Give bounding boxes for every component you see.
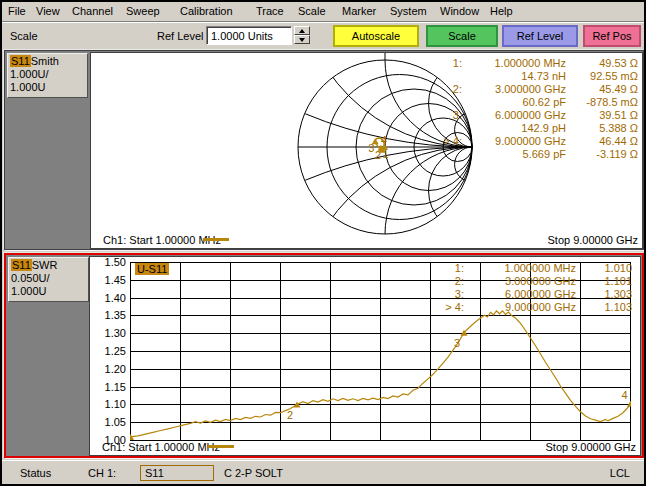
- trace-title-line: S11Smith: [10, 55, 85, 68]
- menu-help[interactable]: Help: [490, 5, 513, 17]
- y-axis-tick-label: 1.35: [105, 309, 126, 321]
- trace-info-swr[interactable]: S11SWR 0.050U/ 1.000U: [8, 257, 89, 302]
- smith-chart-window[interactable]: S11Smith 1.000U/ 1.000U 1234 1:1.000000 …: [4, 50, 644, 250]
- svg-text:3: 3: [368, 142, 374, 154]
- calibration-status: C 2-P SOLT: [224, 467, 283, 479]
- trace-ref-value: 1.000U: [11, 285, 86, 298]
- ref-pos-button[interactable]: Ref Pos: [583, 25, 641, 47]
- menu-marker[interactable]: Marker: [342, 5, 376, 17]
- spin-down-button[interactable]: [294, 35, 310, 44]
- marker-readout-row: 142.9 pH5.388 Ω: [432, 122, 638, 135]
- marker-readout-row: > 4:9.000000 GHz1.103: [434, 301, 632, 314]
- marker-readout-row: 3:6.000000 GHz39.51 Ω: [432, 109, 638, 122]
- local-mode-indicator: LCL: [610, 467, 630, 479]
- menu-channel[interactable]: Channel: [72, 5, 113, 17]
- vna-application-window: FileViewChannelSweepCalibrationTraceScal…: [0, 0, 646, 486]
- menu-system[interactable]: System: [390, 5, 427, 17]
- swr-window[interactable]: S11SWR 0.050U/ 1.000U 1.501.451.401.351.…: [4, 253, 644, 458]
- marker-readout-row: 14.73 nH92.55 mΩ: [432, 70, 638, 83]
- trace-info-smith[interactable]: S11Smith 1.000U/ 1.000U: [7, 53, 88, 98]
- y-axis-tick-label: 1.50: [105, 256, 126, 268]
- trace-ref-value: 1.000U: [10, 81, 85, 94]
- svg-text:4: 4: [381, 134, 387, 146]
- menu-file[interactable]: File: [8, 5, 26, 17]
- smith-marker-readout: 1:1.000000 MHz49.53 Ω14.73 nH92.55 mΩ2:3…: [432, 57, 638, 161]
- y-axis-tick-label: 1.15: [105, 381, 126, 393]
- menu-window[interactable]: Window: [440, 5, 479, 17]
- toolbar: Scale Ref Level 1.0000 Units AutoscaleSc…: [2, 23, 644, 50]
- trace-scale-value: 1.000U/: [10, 68, 85, 81]
- y-axis-tick-label: 1.25: [105, 345, 126, 357]
- stop-frequency-label: Stop 9.00000 GHz: [547, 234, 638, 246]
- menu-trace[interactable]: Trace: [256, 5, 284, 17]
- swr-plot-area: 1.501.451.401.351.301.251.201.151.101.05…: [89, 256, 641, 456]
- marker-readout-row: 1:1.000000 MHz49.53 Ω: [432, 57, 638, 70]
- start-frequency-label: Ch1: Start 1.00000 MHz: [102, 441, 220, 453]
- y-axis-tick-label: 1.10: [105, 398, 126, 410]
- swr-marker-readout: 1:1.000000 MHz1.0102:3.000000 GHz1.1013:…: [434, 262, 632, 314]
- svg-text:4: 4: [622, 389, 628, 401]
- trace-scale-value: 0.050U/: [11, 272, 86, 285]
- trace-name-badge: S11: [10, 55, 31, 67]
- menu-calibration[interactable]: Calibration: [180, 5, 233, 17]
- y-axis-tick-label: 1.45: [105, 274, 126, 286]
- trace-name-badge: S11: [11, 259, 32, 271]
- channel-label: CH 1:: [88, 467, 116, 479]
- down-arrow-icon: [299, 38, 305, 42]
- y-axis-tick-label: 1.40: [105, 292, 126, 304]
- marker-readout-row: 3:6.000000 GHz1.303: [434, 288, 632, 301]
- sweep-indicator: [203, 238, 229, 241]
- trace-title-line: S11SWR: [11, 259, 86, 272]
- scale-button[interactable]: Scale: [426, 25, 498, 47]
- up-arrow-icon: [299, 29, 305, 33]
- trace-format-label: SWR: [32, 259, 58, 271]
- menu-view[interactable]: View: [36, 5, 60, 17]
- ref-level-button[interactable]: Ref Level: [502, 25, 578, 47]
- status-bar: Status CH 1: S11 C 2-P SOLT LCL: [2, 460, 644, 485]
- marker-readout-row: 5.669 pF-3.119 Ω: [432, 148, 638, 161]
- svg-text:3: 3: [454, 337, 460, 349]
- marker-readout-row: 60.62 pF-878.5 mΩ: [432, 96, 638, 109]
- marker-readout-row: > 4:9.000000 GHz46.44 Ω: [432, 135, 638, 148]
- y-axis-tick-label: 1.20: [105, 363, 126, 375]
- marker-readout-row: 2:3.000000 GHz45.49 Ω: [432, 83, 638, 96]
- toolbar-title: Scale: [10, 30, 38, 42]
- ref-level-input[interactable]: 1.0000 Units: [206, 26, 292, 45]
- trace-format-label: Smith: [31, 55, 59, 67]
- y-axis-tick-label: 1.30: [105, 327, 126, 339]
- status-label: Status: [20, 467, 51, 479]
- ref-level-label: Ref Level: [157, 30, 203, 42]
- menu-bar: FileViewChannelSweepCalibrationTraceScal…: [2, 2, 644, 22]
- autoscale-button[interactable]: Autoscale: [333, 25, 419, 47]
- sweep-indicator: [208, 445, 234, 448]
- parameter-box[interactable]: S11: [140, 465, 214, 481]
- menu-sweep[interactable]: Sweep: [126, 5, 160, 17]
- menu-scale[interactable]: Scale: [298, 5, 326, 17]
- spin-up-button[interactable]: [294, 26, 310, 35]
- marker-readout-row: 1:1.000000 MHz1.010: [434, 262, 632, 275]
- smith-plot-area: 1234 1:1.000000 MHz49.53 Ω14.73 nH92.55 …: [90, 52, 643, 249]
- active-trace-tag: U-S11: [135, 263, 169, 275]
- svg-text:2: 2: [287, 409, 293, 421]
- swr-y-axis-labels: 1.501.451.401.351.301.251.201.151.101.05…: [94, 257, 126, 455]
- y-axis-tick-label: 1.05: [105, 416, 126, 428]
- marker-readout-row: 2:3.000000 GHz1.101: [434, 275, 632, 288]
- stop-frequency-label: Stop 9.00000 GHz: [545, 441, 636, 453]
- ref-level-spinner: [294, 26, 310, 45]
- ref-level-value: 1.0000 Units: [211, 30, 273, 42]
